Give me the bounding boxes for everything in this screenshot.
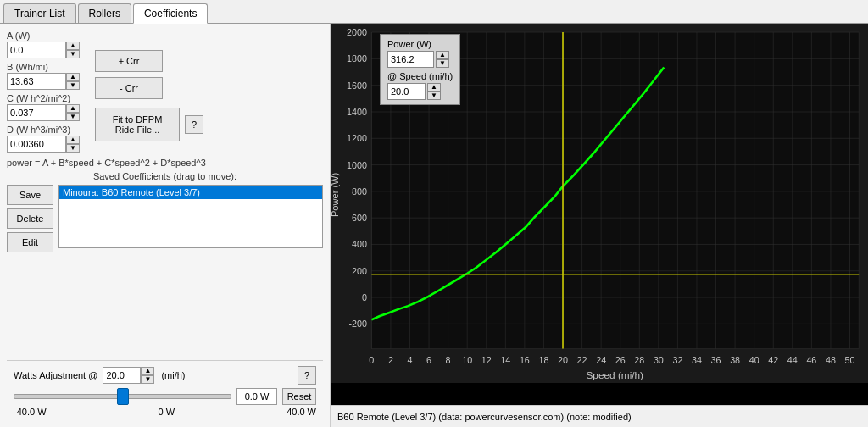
slider-min-label: -40.0 W <box>14 407 47 417</box>
speed-down[interactable]: ▼ <box>427 92 441 100</box>
sub-crr-button[interactable]: - Crr <box>95 77 163 99</box>
watts-help-button[interactable]: ? <box>298 366 316 385</box>
field-group-b: B (Wh/mi) ▲ ▼ <box>7 62 80 90</box>
speed-input[interactable] <box>387 83 426 100</box>
saved-coeff-section: Saved Coefficients (drag to move): Save … <box>7 171 323 252</box>
c-down[interactable]: ▼ <box>66 113 80 121</box>
b-input[interactable] <box>7 73 66 90</box>
svg-text:46: 46 <box>806 356 816 365</box>
d-label: D (W h^3/mi^3) <box>7 125 80 135</box>
reset-button[interactable]: Reset <box>282 388 316 405</box>
power-up[interactable]: ▲ <box>436 51 449 59</box>
power-down[interactable]: ▼ <box>436 59 449 68</box>
d-up[interactable]: ▲ <box>66 136 80 144</box>
watts-value-spin: ▲ ▼ <box>103 367 154 384</box>
power-label: Power (W) <box>387 39 453 49</box>
speed-input-row: ▲ ▼ <box>387 83 453 100</box>
watts-label: Watts Adjustment @ <box>14 370 97 380</box>
tab-rollers[interactable]: Rollers <box>78 3 131 23</box>
watts-up[interactable]: ▲ <box>141 367 154 375</box>
c-spinner: ▲ ▼ <box>66 104 80 121</box>
svg-text:24: 24 <box>596 356 606 365</box>
watts-display: 0.0 W <box>236 388 277 405</box>
svg-text:4: 4 <box>408 356 413 365</box>
power-spinner: ▲ ▼ <box>436 51 449 68</box>
watts-area: Watts Adjustment @ ▲ ▼ (mi/h) ? 0.0 W Re… <box>7 360 323 420</box>
tab-trainer-list[interactable]: Trainer List <box>3 3 76 23</box>
b-up[interactable]: ▲ <box>66 73 80 81</box>
svg-text:38: 38 <box>730 356 740 365</box>
speed-up[interactable]: ▲ <box>427 83 441 92</box>
svg-text:12: 12 <box>481 356 492 365</box>
b-down[interactable]: ▼ <box>66 81 80 90</box>
svg-text:0: 0 <box>362 293 367 302</box>
c-input[interactable] <box>7 104 66 121</box>
left-panel: A (W) ▲ ▼ B (Wh/mi) ▲ <box>0 24 331 427</box>
add-crr-button[interactable]: + Crr <box>95 50 163 72</box>
fit-dfpm-button[interactable]: Fit to DFPMRide File... <box>95 108 180 141</box>
speed-spinner: ▲ ▼ <box>427 83 441 100</box>
svg-text:-200: -200 <box>349 320 368 330</box>
slider-track[interactable] <box>14 394 231 399</box>
svg-text:Power (W): Power (W) <box>331 173 340 218</box>
svg-text:30: 30 <box>654 356 664 365</box>
c-label: C (W h^2/mi^2) <box>7 93 80 103</box>
delete-button[interactable]: Delete <box>7 208 53 229</box>
a-label: A (W) <box>7 30 80 41</box>
tab-coefficients[interactable]: Coefficients <box>133 3 208 24</box>
svg-text:14: 14 <box>500 356 510 365</box>
saved-list[interactable]: Minoura: B60 Remote (Level 3/7) <box>58 185 323 248</box>
svg-text:22: 22 <box>577 356 587 365</box>
right-panel: Power (W) ▲ ▼ @ Speed (mi/h) ▲ ▼ <box>331 24 868 427</box>
a-spinner: ▲ ▼ <box>66 42 80 58</box>
power-input[interactable] <box>387 51 434 68</box>
svg-text:1400: 1400 <box>347 108 367 117</box>
svg-text:1800: 1800 <box>347 55 367 64</box>
c-up[interactable]: ▲ <box>66 104 80 113</box>
svg-text:26: 26 <box>615 356 626 365</box>
svg-text:Speed (mi/h): Speed (mi/h) <box>586 370 643 380</box>
saved-buttons: Save Delete Edit <box>7 185 53 252</box>
list-item[interactable]: Minoura: B60 Remote (Level 3/7) <box>59 186 322 199</box>
watts-row1: Watts Adjustment @ ▲ ▼ (mi/h) ? <box>14 366 316 385</box>
svg-text:200: 200 <box>352 267 367 276</box>
d-input[interactable] <box>7 136 66 152</box>
svg-text:42: 42 <box>768 356 778 365</box>
a-input[interactable] <box>7 42 66 58</box>
svg-text:8: 8 <box>446 356 451 365</box>
svg-text:1600: 1600 <box>347 81 367 91</box>
speed-label: @ Speed (mi/h) <box>387 71 453 81</box>
slider-max-label: 40.0 W <box>287 407 316 417</box>
slider-label-row: -40.0 W 0 W 40.0 W <box>14 407 316 417</box>
svg-text:20: 20 <box>558 356 568 365</box>
power-overlay: Power (W) ▲ ▼ @ Speed (mi/h) ▲ ▼ <box>380 34 460 105</box>
d-down[interactable]: ▼ <box>66 144 80 152</box>
tab-bar: Trainer List Rollers Coefficients <box>0 0 868 24</box>
svg-text:400: 400 <box>352 241 367 250</box>
fit-help-button[interactable]: ? <box>185 115 203 134</box>
svg-text:34: 34 <box>692 356 702 365</box>
watts-spinner: ▲ ▼ <box>141 367 154 384</box>
save-button[interactable]: Save <box>7 185 53 205</box>
b-spinner: ▲ ▼ <box>66 73 80 90</box>
slider-thumb[interactable] <box>117 388 129 405</box>
svg-text:50: 50 <box>845 356 855 365</box>
svg-text:44: 44 <box>787 356 798 365</box>
status-text: B60 Remote (Level 3/7) (data: powercurve… <box>337 412 632 422</box>
svg-text:48: 48 <box>826 356 836 365</box>
svg-text:6: 6 <box>426 356 431 365</box>
a-up[interactable]: ▲ <box>66 42 80 50</box>
watts-unit: (mi/h) <box>161 370 185 380</box>
svg-text:36: 36 <box>711 356 721 365</box>
a-down[interactable]: ▼ <box>66 50 80 58</box>
coeff-fields: A (W) ▲ ▼ B (Wh/mi) ▲ <box>7 30 80 152</box>
edit-button[interactable]: Edit <box>7 232 53 252</box>
svg-text:1000: 1000 <box>347 161 367 170</box>
formula-text: power = A + B*speed + C*speed^2 + D*spee… <box>7 158 323 168</box>
svg-text:600: 600 <box>352 214 367 223</box>
d-spinner: ▲ ▼ <box>66 136 80 152</box>
field-group-c: C (W h^2/mi^2) ▲ ▼ <box>7 93 80 121</box>
svg-text:2: 2 <box>388 356 393 365</box>
watts-down[interactable]: ▼ <box>141 375 154 384</box>
watts-value-input[interactable] <box>103 367 141 384</box>
